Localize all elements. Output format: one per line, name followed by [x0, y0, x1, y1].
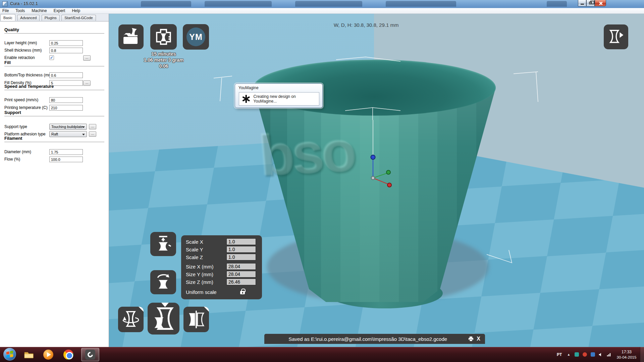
diameter-label: Diameter (mm) — [4, 149, 31, 155]
bottom-top-thickness-label: Bottom/Top thickness (mm) — [4, 72, 53, 78]
taskbar-cura-button[interactable] — [81, 348, 99, 361]
scale-z-field[interactable] — [226, 254, 256, 260]
scale-x-label: Scale X — [186, 239, 203, 245]
layer-height-input[interactable] — [49, 40, 83, 46]
support-type-value: Touching buildplate — [51, 125, 83, 129]
menu-item-machine[interactable]: Machine — [28, 8, 50, 14]
scale-x-field[interactable] — [226, 238, 256, 245]
settings-panel: Basic Advanced Plugins Start/End-GCode Q… — [0, 14, 109, 347]
diameter-input[interactable] — [49, 149, 83, 155]
support-settings-button[interactable]: ... — [89, 124, 96, 129]
shell-thickness-input[interactable] — [49, 48, 83, 53]
enable-retraction-checkbox[interactable]: ✓ — [49, 55, 54, 60]
size-x-label: Size X (mm) — [186, 263, 214, 270]
section-title-filament: Filament — [4, 136, 104, 142]
taskbar-clock[interactable]: 17:33 30-04-2015 — [616, 349, 637, 360]
cura-app-icon — [85, 350, 95, 360]
flow-input[interactable] — [49, 157, 83, 162]
size-z-label: Size Z (mm) — [186, 279, 213, 286]
background-browser-tab — [386, 1, 456, 7]
network-icon[interactable] — [606, 352, 611, 357]
size-y-field[interactable] — [226, 271, 256, 278]
gizmo-z-handle[interactable] — [371, 155, 375, 160]
restore-icon — [589, 2, 592, 4]
language-indicator[interactable]: PT — [557, 352, 562, 357]
scale-tool-button[interactable] — [148, 303, 179, 335]
status-toast: Saved as E:\rui.o.pereira@gmail.com\Impr… — [264, 334, 485, 344]
minimize-button[interactable] — [578, 0, 586, 6]
close-button[interactable] — [595, 0, 606, 6]
menu-item-expert[interactable]: Expert — [50, 8, 69, 14]
load-model-button[interactable] — [118, 24, 144, 49]
scale-to-max-icon — [150, 232, 176, 256]
rotate-tool-button[interactable] — [118, 307, 144, 332]
taskbar-explorer-button[interactable] — [21, 348, 36, 361]
start-button[interactable] — [3, 348, 16, 361]
lay-flat-button[interactable] — [150, 270, 176, 294]
gizmo-x-handle[interactable] — [387, 183, 391, 187]
restore-button[interactable] — [586, 0, 595, 6]
cost-estimate: 0.06 — [118, 63, 209, 69]
tab-start-end-gcode[interactable]: Start/End-GCode — [61, 15, 96, 21]
uniform-scale-label: Uniform scale — [186, 289, 217, 296]
section-title-quality: Quality — [4, 27, 104, 34]
windows-logo-icon — [6, 351, 13, 358]
scale-z-label: Scale Z — [186, 254, 203, 261]
scale-to-max-button[interactable] — [150, 232, 176, 256]
scale-tool-icon — [148, 303, 179, 335]
tab-advanced[interactable]: Advanced — [17, 15, 40, 21]
gizmo-center-handle[interactable] — [371, 176, 375, 180]
tray-icon-app-blue[interactable] — [590, 352, 595, 357]
status-close-icon[interactable]: X — [477, 336, 480, 342]
print-time-estimate: 15 minutes — [118, 51, 209, 57]
bottom-top-thickness-input[interactable] — [49, 72, 83, 78]
cura-application-window: bso W, D, H: 30.8, 30.8, 29.1 — [0, 0, 644, 362]
media-player-icon — [43, 350, 53, 360]
clock-date: 30-04-2015 — [616, 355, 637, 360]
mirror-tool-icon — [183, 307, 209, 332]
show-hidden-icons-button[interactable]: ▲ — [566, 352, 571, 357]
taskbar-chrome-button[interactable] — [61, 348, 75, 361]
explorer-folder-icon — [24, 350, 34, 359]
menu-item-file[interactable]: File — [0, 8, 12, 14]
tray-icon-app-red[interactable] — [582, 352, 587, 357]
status-message: Saved as E:\rui.o.pereira@gmail.com\Impr… — [264, 336, 468, 342]
show-desktop-button[interactable] — [640, 347, 644, 362]
view-mode-button[interactable] — [604, 24, 628, 49]
size-z-field[interactable] — [226, 279, 256, 285]
gizmo-y-handle[interactable] — [386, 170, 390, 174]
volume-icon[interactable] — [598, 352, 603, 357]
menu-item-tools[interactable]: Tools — [12, 8, 28, 14]
tooltip-message: Creating new design on YouMagine... — [254, 94, 319, 104]
uniform-scale-lock-icon[interactable] — [240, 291, 245, 294]
flow-label: Flow (%) — [4, 157, 20, 162]
tab-basic[interactable]: Basic — [0, 14, 15, 21]
app-icon — [2, 1, 8, 6]
scale-y-label: Scale Y — [186, 246, 203, 253]
scale-y-field[interactable] — [226, 246, 256, 253]
mirror-tool-button[interactable] — [183, 307, 209, 332]
support-type-select[interactable]: Touching buildplate — [49, 124, 87, 130]
menu-item-help[interactable]: Help — [68, 8, 84, 14]
layer-height-label: Layer height (mm) — [4, 40, 37, 46]
tray-icon-app-teal[interactable] — [574, 352, 579, 357]
background-browser-tab — [295, 1, 362, 7]
spinner-icon — [242, 95, 250, 103]
size-x-field[interactable] — [226, 263, 256, 270]
minimize-icon — [581, 4, 584, 5]
youmagine-share-button[interactable]: YM — [183, 24, 209, 50]
tab-plugins[interactable]: Plugins — [42, 15, 60, 21]
chrome-icon — [63, 350, 73, 360]
print-speed-label: Print speed (mm/s) — [4, 97, 38, 103]
youmagine-tooltip: YouMagine Creating new design on YouMagi… — [235, 83, 323, 108]
axis-gizmo[interactable] — [371, 155, 392, 187]
taskbar-media-player-button[interactable] — [41, 348, 55, 361]
tooltip-title: YouMagine — [238, 85, 259, 90]
lay-flat-icon — [150, 270, 176, 294]
tooltip-body: Creating new design on YouMagine... — [239, 92, 319, 106]
window-title: Cura - 15.02.1 — [10, 1, 38, 6]
print-speed-input[interactable] — [49, 97, 83, 103]
status-print-icon[interactable] — [468, 336, 474, 342]
support-type-label: Support type — [4, 124, 27, 130]
save-print-button[interactable] — [150, 24, 177, 50]
